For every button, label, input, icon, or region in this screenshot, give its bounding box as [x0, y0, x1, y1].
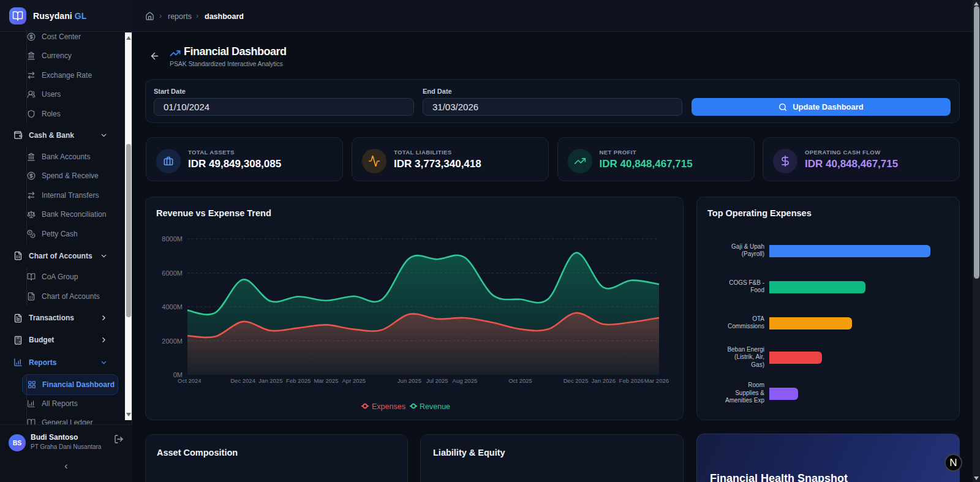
- svg-text:Apr 2025: Apr 2025: [342, 377, 366, 384]
- svg-text:Mar 2026: Mar 2026: [644, 377, 669, 384]
- svg-text:Jul 2025: Jul 2025: [426, 377, 448, 384]
- svg-text:Jan 2026: Jan 2026: [592, 377, 616, 384]
- svg-text:Jun 2025: Jun 2025: [398, 377, 421, 384]
- svg-text:Aug 2025: Aug 2025: [453, 377, 478, 384]
- svg-text:6000M: 6000M: [162, 269, 183, 277]
- svg-text:Feb 2026: Feb 2026: [619, 377, 644, 384]
- svg-text:Feb 2025: Feb 2025: [286, 377, 311, 384]
- svg-text:8000M: 8000M: [162, 235, 183, 243]
- svg-text:Dec 2025: Dec 2025: [564, 377, 589, 384]
- svg-text:Expenses: Expenses: [372, 402, 405, 411]
- svg-text:Oct 2024: Oct 2024: [178, 377, 202, 384]
- svg-text:Mar 2025: Mar 2025: [314, 377, 338, 384]
- svg-text:2000M: 2000M: [162, 337, 183, 345]
- svg-text:Revenue: Revenue: [420, 402, 450, 411]
- svg-text:4000M: 4000M: [162, 303, 183, 311]
- svg-text:Dec 2024: Dec 2024: [230, 377, 255, 384]
- svg-text:Oct 2025: Oct 2025: [508, 377, 532, 384]
- svg-text:Jan 2025: Jan 2025: [258, 377, 282, 384]
